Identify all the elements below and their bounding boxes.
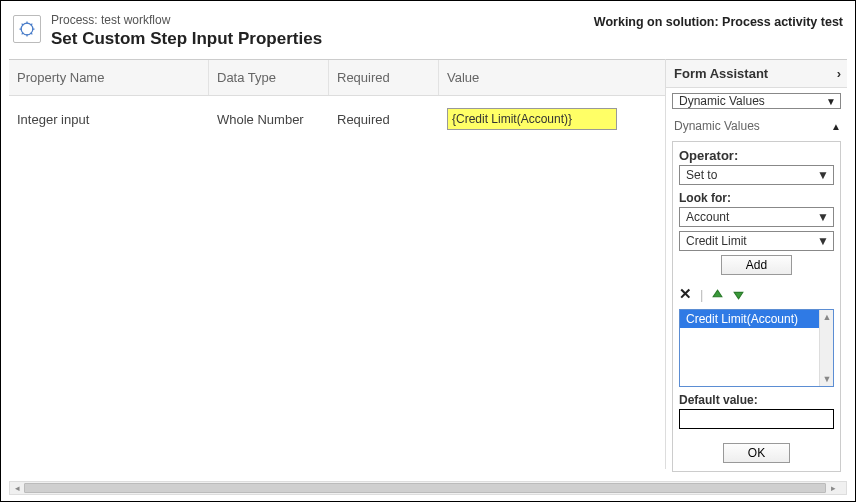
lookfor-attribute-select[interactable]: Credit Limit ▼ [679,231,834,251]
page-title: Set Custom Step Input Properties [51,29,322,49]
default-value-input[interactable] [679,409,834,429]
default-value-label: Default value: [679,393,834,407]
add-button[interactable]: Add [721,255,792,275]
scroll-down-icon[interactable]: ▼ [820,372,834,386]
move-up-icon[interactable] [711,288,724,301]
properties-grid: Property Name Data Type Required Value I… [9,59,665,469]
operator-label: Operator: [679,148,834,163]
col-header-name[interactable]: Property Name [9,60,209,95]
col-header-required[interactable]: Required [329,60,439,95]
chevron-down-icon: ▼ [817,234,829,248]
cell-required: Required [329,108,439,131]
cell-property-name: Integer input [9,108,209,131]
list-toolbar: ✕ | [679,283,834,309]
process-icon [13,15,41,43]
header: Process: test workflow Set Custom Step I… [9,9,847,59]
form-assistant-panel: Form Assistant › Dynamic Values ▼ Dynami… [665,59,847,469]
dynamic-values-panel: Operator: Set to ▼ Look for: Account ▼ C… [672,141,841,472]
remove-icon[interactable]: ✕ [679,285,692,303]
selected-values-listbox[interactable]: Credit Limit(Account) ▲ ▼ [679,309,834,387]
chevron-down-icon: ▼ [817,168,829,182]
form-assistant-header[interactable]: Form Assistant › [666,59,847,88]
scroll-thumb[interactable] [24,483,826,493]
value-input[interactable] [447,108,617,130]
scroll-left-icon[interactable]: ◂ [10,482,24,494]
chevron-down-icon: ▼ [817,210,829,224]
chevron-right-icon: › [837,66,841,81]
chevron-up-icon: ▲ [831,121,841,132]
move-down-icon[interactable] [732,288,745,301]
solution-label: Working on solution: Process activity te… [594,13,843,29]
col-header-value[interactable]: Value [439,60,665,95]
grid-header: Property Name Data Type Required Value [9,60,665,96]
col-header-type[interactable]: Data Type [209,60,329,95]
operator-select[interactable]: Set to ▼ [679,165,834,185]
form-assistant-title: Form Assistant [674,66,768,81]
lookfor-label: Look for: [679,191,834,205]
cell-data-type: Whole Number [209,108,329,131]
scroll-up-icon[interactable]: ▲ [820,310,834,324]
dynamic-values-section[interactable]: Dynamic Values ▲ [666,113,847,139]
chevron-down-icon: ▼ [826,96,836,107]
listbox-scrollbar[interactable]: ▲ ▼ [819,310,833,386]
scroll-right-icon[interactable]: ▸ [826,482,840,494]
ok-button[interactable]: OK [723,443,790,463]
table-row: Integer input Whole Number Required [9,96,665,142]
mode-select[interactable]: Dynamic Values ▼ [672,93,841,109]
list-item[interactable]: Credit Limit(Account) [680,310,833,328]
horizontal-scrollbar[interactable]: ◂ ▸ [9,481,847,495]
breadcrumb: Process: test workflow [51,13,322,27]
lookfor-entity-select[interactable]: Account ▼ [679,207,834,227]
